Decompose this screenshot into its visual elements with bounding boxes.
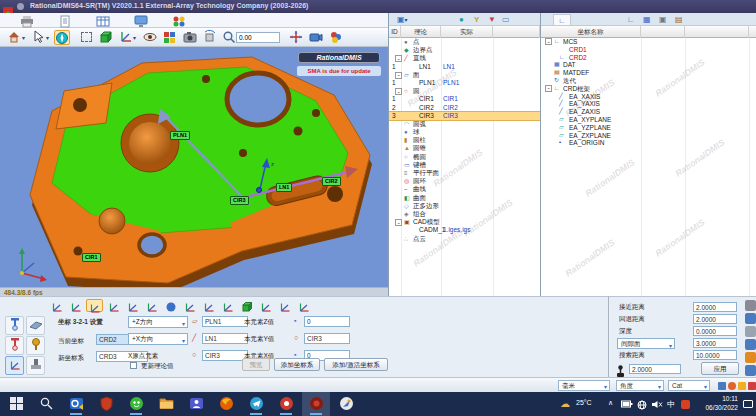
csys-icon-5[interactable] bbox=[124, 299, 141, 312]
report-tab-icon[interactable] bbox=[52, 14, 78, 27]
feature-tree-row[interactable]: 1CIR1CIR1 bbox=[389, 95, 540, 103]
csys-icon-14[interactable] bbox=[295, 299, 312, 312]
coordinate-tree-row[interactable]: ∟CRD框架 bbox=[541, 85, 756, 93]
feature-tree-row[interactable]: ◧曲面 bbox=[389, 194, 540, 202]
tray-app-icon[interactable] bbox=[681, 400, 690, 409]
action-center-icon[interactable] bbox=[743, 400, 753, 408]
feature-tree-row[interactable]: ◇正多边形 bbox=[389, 202, 540, 210]
coordinate-tree-row[interactable]: ↻迭代 bbox=[541, 77, 756, 85]
feature-tree-row[interactable]: ▮圆柱 bbox=[389, 136, 540, 144]
collapse-toggle-icon[interactable] bbox=[545, 85, 552, 92]
feature-tree-row[interactable]: ▲圆锥 bbox=[389, 144, 540, 152]
feature-tree-row[interactable]: 3CIR3CIR3 bbox=[389, 112, 540, 120]
view-icon[interactable] bbox=[745, 365, 756, 376]
feature-field-2[interactable] bbox=[202, 333, 248, 344]
feature-tree-row[interactable]: ○圆 bbox=[389, 87, 540, 95]
coord-tab-icon[interactable]: ∟ bbox=[553, 14, 571, 25]
select-cursor-icon[interactable] bbox=[30, 30, 46, 45]
show-all-icon[interactable]: ● bbox=[459, 14, 464, 25]
coordinate-setup-icon[interactable] bbox=[5, 356, 24, 375]
network-icon[interactable] bbox=[637, 400, 647, 416]
feature-tree-row[interactable]: CADM_11.iges.igs bbox=[389, 226, 540, 234]
angle-select[interactable]: 角度 bbox=[616, 380, 664, 391]
collapse-toggle-icon[interactable] bbox=[395, 72, 402, 79]
probe-mode-icon[interactable] bbox=[54, 30, 70, 45]
coord-table-icon[interactable]: ▦ bbox=[643, 14, 651, 25]
csys-icon-2[interactable] bbox=[67, 299, 84, 312]
clearance-plane-select[interactable]: 间隙面 bbox=[617, 338, 675, 349]
csys-icon-3[interactable] bbox=[86, 299, 103, 312]
calibration-tool-icon[interactable] bbox=[26, 336, 45, 355]
viewport-3d[interactable]: z RationalDMIS SMA is due for update PLN… bbox=[0, 47, 388, 287]
taskbar-app-outlook[interactable] bbox=[62, 392, 90, 416]
tray-expand-icon[interactable]: ∧ bbox=[608, 399, 613, 416]
feature-tag-cir2[interactable]: CIR2 bbox=[322, 177, 341, 186]
view-camera-icon[interactable] bbox=[308, 30, 324, 45]
machine-icon[interactable] bbox=[26, 356, 45, 375]
csys-icon-8[interactable] bbox=[181, 299, 198, 312]
collapse-toggle-icon[interactable] bbox=[545, 38, 552, 45]
csys-icon-1[interactable] bbox=[48, 299, 65, 312]
speed-field[interactable] bbox=[629, 364, 681, 374]
collapse-toggle-icon[interactable] bbox=[395, 219, 402, 226]
taskbar-app-wechat[interactable] bbox=[122, 392, 150, 416]
csys-icon-4[interactable] bbox=[105, 299, 122, 312]
coordinate-tree-row[interactable]: ▱EA_ZXPLANE bbox=[541, 132, 756, 140]
feature-tree-row[interactable]: ○椭圆 bbox=[389, 153, 540, 161]
feature-tag-ln1[interactable]: LN1 bbox=[276, 183, 292, 192]
csys-icon-10[interactable] bbox=[219, 299, 236, 312]
taskbar-app-designer[interactable] bbox=[332, 392, 360, 416]
feature-tree-row[interactable]: 1PLN1PLN1 bbox=[389, 79, 540, 87]
table-tab-icon[interactable] bbox=[90, 14, 116, 27]
status-error-icon[interactable] bbox=[748, 382, 756, 390]
taskbar-clock[interactable]: 10:11 06/30/2022 bbox=[705, 395, 738, 412]
column-id[interactable]: ID bbox=[389, 26, 401, 38]
weather-temp[interactable]: 25°C bbox=[576, 399, 592, 416]
model-icon[interactable] bbox=[745, 313, 756, 324]
probe-field-5[interactable] bbox=[693, 350, 737, 360]
zoom-value-input[interactable] bbox=[236, 32, 280, 43]
feature-tag-cir3[interactable]: CIR3 bbox=[230, 196, 249, 205]
clear-features-icon[interactable]: ▼ bbox=[488, 14, 496, 25]
probe-field-2[interactable] bbox=[693, 314, 737, 324]
battery-icon[interactable] bbox=[621, 400, 633, 416]
weather-icon[interactable]: ☁ bbox=[560, 398, 570, 416]
marquee-select-icon[interactable] bbox=[78, 30, 94, 45]
home-icon[interactable] bbox=[6, 30, 22, 45]
probe-field-4[interactable] bbox=[693, 338, 737, 348]
report-view-icon[interactable]: ▭ bbox=[502, 14, 510, 25]
csys-icon-7[interactable] bbox=[162, 299, 179, 312]
taskbar-app-telegram[interactable] bbox=[242, 392, 270, 416]
coordinate-tree-row[interactable]: ∟CRD2 bbox=[541, 54, 756, 62]
coord-capture-icon[interactable]: ▣ bbox=[659, 14, 667, 25]
probe-field-1[interactable] bbox=[693, 302, 737, 312]
element-value-field-1[interactable] bbox=[304, 316, 350, 327]
features-menu-icon[interactable]: ▣▾ bbox=[397, 14, 408, 26]
coordinate-tree-row[interactable]: ▦DAT bbox=[541, 61, 756, 69]
color-palette-icon[interactable] bbox=[162, 30, 178, 45]
csys-icon-12[interactable] bbox=[257, 299, 274, 312]
feature-tree-row[interactable]: ●点 bbox=[389, 38, 540, 46]
search-icon[interactable] bbox=[745, 326, 756, 337]
coordinate-tree-row[interactable]: ∟MCS bbox=[541, 38, 756, 46]
feature-tree-row[interactable]: ◈组合 bbox=[389, 210, 540, 218]
feature-tree-row[interactable]: ∴点云 bbox=[389, 235, 540, 243]
part-model[interactable]: z bbox=[0, 47, 388, 287]
feature-tree-row[interactable]: 1LN1LN1 bbox=[389, 63, 540, 71]
coordinate-tree-row[interactable]: •EA_ORIGIN bbox=[541, 139, 756, 147]
element-value-field-2[interactable] bbox=[304, 333, 350, 344]
volume-muted-icon[interactable] bbox=[651, 400, 663, 416]
feature-tree-row[interactable]: ≡平行平面 bbox=[389, 169, 540, 177]
cat-select[interactable]: Cat bbox=[668, 380, 710, 391]
update-nominal-checkbox[interactable] bbox=[130, 362, 137, 369]
fixture-plate-icon[interactable] bbox=[26, 316, 45, 335]
probe-field-3[interactable] bbox=[693, 326, 737, 336]
taskbar-app-teams[interactable] bbox=[182, 392, 210, 416]
feature-tree-row[interactable]: ~曲线 bbox=[389, 185, 540, 193]
colors-tab-icon[interactable] bbox=[166, 14, 192, 27]
probe-change-icon[interactable] bbox=[5, 336, 24, 355]
taskbar-app-rationaldmis[interactable] bbox=[302, 392, 330, 416]
add-coord-icon[interactable]: ∟ bbox=[627, 14, 635, 25]
feature-tree-row[interactable]: ▣CAD模型 bbox=[389, 218, 540, 226]
axis-icon[interactable] bbox=[118, 30, 134, 45]
